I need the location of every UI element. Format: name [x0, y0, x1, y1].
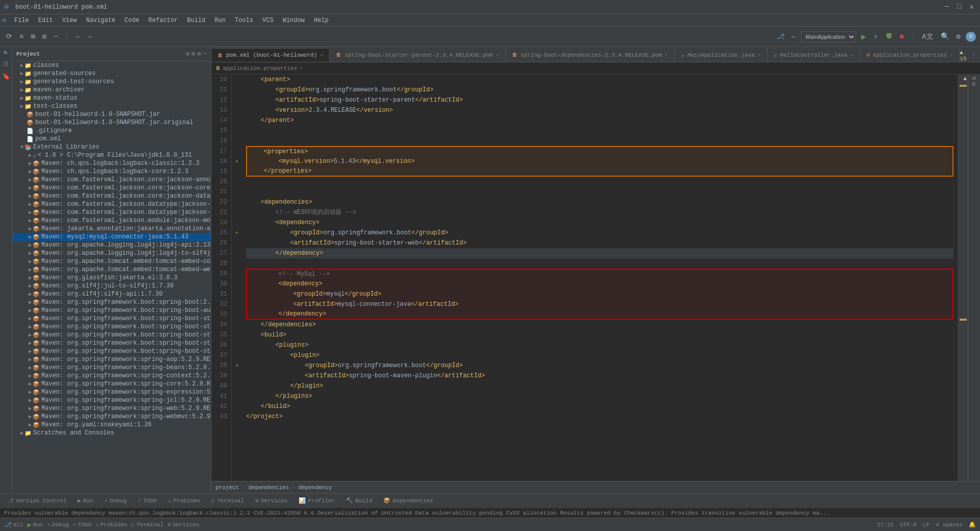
- tree-item-jar2[interactable]: 📦 boot-01-helloword-1.0-SNAPSHOT.jar.ori…: [12, 118, 211, 127]
- bottom-tab-services[interactable]: ⚙ Services: [250, 496, 292, 505]
- tree-item-generated-sources[interactable]: ▶ 📁 generated-sources: [12, 69, 211, 78]
- menu-refactor[interactable]: Refactor: [144, 16, 182, 25]
- coverage-button[interactable]: ⛊: [884, 32, 895, 42]
- toolbar-forward-btn[interactable]: →: [85, 32, 93, 42]
- code-editor[interactable]: 10 11 12 13 14 15 16 17 18 19 20 21 22 2…: [211, 75, 968, 481]
- bookmarks-icon[interactable]: 🔖: [2, 71, 10, 82]
- tree-item-external-libraries[interactable]: ▼ 📚 External Libraries: [12, 143, 211, 151]
- tree-item-maven-archiver[interactable]: ▶ 📁 maven-archiver: [12, 86, 211, 94]
- tree-item-maven-status[interactable]: ▶ 📁 maven-status: [12, 94, 211, 102]
- menu-vcs[interactable]: VCS: [258, 16, 278, 25]
- tree-item-pom[interactable]: 📄 pom.xml: [12, 135, 211, 143]
- toolbar-vcs-icon[interactable]: ⎇: [774, 31, 787, 42]
- tree-item-spring-boot-starter-tomcat[interactable]: ▶ 📦 Maven: org.springframework.boot:spri…: [12, 339, 211, 347]
- tree-item-spring-expression[interactable]: ▶ 📦 Maven: org.springframework:spring-ex…: [12, 388, 211, 396]
- toolbar-structure-btn[interactable]: ≡: [17, 32, 26, 42]
- tree-item-logback-classic[interactable]: ▶ 📦 Maven: ch.qos.logback:logback-classi…: [12, 159, 211, 167]
- tree-item-test-classes[interactable]: ▶ 📁 test-classes: [12, 102, 211, 110]
- tree-item-jackson-datatype-jdk8[interactable]: ▶ 📦 Maven: com.fasterxml.jackson.datatyp…: [12, 200, 211, 208]
- gutter-icon-line18[interactable]: ⚡: [232, 156, 242, 166]
- tab-close-btn[interactable]: ✕: [496, 52, 499, 58]
- menu-navigate[interactable]: Navigate: [82, 16, 119, 25]
- tree-item-spring-boot-starter[interactable]: ▶ 📦 Maven: org.springframework.boot:spri…: [12, 315, 211, 323]
- status-debug[interactable]: ⚡ Debug: [47, 521, 69, 528]
- bottom-tab-run[interactable]: ▶ Run: [72, 496, 98, 505]
- menu-code[interactable]: Code: [120, 16, 143, 25]
- tree-item-spring-jcl[interactable]: ▶ 📦 Maven: org.springframework:spring-jc…: [12, 396, 211, 404]
- tree-item-jackson-databind[interactable]: ▶ 📦 Maven: com.fasterxml.jackson.core:ja…: [12, 192, 211, 200]
- tree-item-spring-boot-starter-json[interactable]: ▶ 📦 Maven: org.springframework.boot:spri…: [12, 323, 211, 331]
- tab-close-btn[interactable]: ✕: [758, 52, 761, 58]
- bottom-tab-todo[interactable]: ✓ TODO: [133, 496, 162, 505]
- menu-help[interactable]: Help: [310, 16, 333, 25]
- status-indent[interactable]: LF: [923, 522, 929, 528]
- tab-spring-boot-dependencies[interactable]: 🗎 spring-boot-dependencies-2.3.4.RELEASE…: [506, 48, 675, 62]
- tree-item-jar1[interactable]: 📦 boot-01-helloword-1.0-SNAPSHOT.jar: [12, 110, 211, 118]
- panel-sync-btn[interactable]: ⚙: [186, 50, 189, 58]
- status-terminal[interactable]: ▷ Terminal: [132, 521, 163, 528]
- tab-hello-controller[interactable]: ☕ HelloController.java ✕: [768, 48, 861, 62]
- close-button[interactable]: ✕: [968, 3, 976, 11]
- code-content[interactable]: <parent> <groupId>org.springframework.bo…: [242, 75, 958, 481]
- tree-item-snakeyaml[interactable]: ▶ 📦 Maven: org.yaml:snakeyaml:1.26: [12, 421, 211, 429]
- tree-item-spring-beans[interactable]: ▶ 📦 Maven: org.springframework:spring-be…: [12, 364, 211, 372]
- tree-item-spring-web[interactable]: ▶ 📦 Maven: org.springframework:spring-we…: [12, 404, 211, 413]
- translate-btn[interactable]: A文: [920, 31, 935, 42]
- tree-item-jakarta-annotation[interactable]: ▶ 📦 Maven: jakarta.annotation:jakarta.an…: [12, 225, 211, 233]
- panel-expand-btn[interactable]: ⊞: [191, 50, 195, 58]
- tree-item-tomcat-embed-websocket[interactable]: ▶ 📦 Maven: org.apache.tomcat.embed:tomca…: [12, 266, 211, 274]
- bottom-tab-debug[interactable]: ⚡ Debug: [99, 496, 132, 505]
- toolbar-expand-btn[interactable]: ⊞: [29, 31, 37, 42]
- status-notifications[interactable]: 🔔: [969, 521, 976, 528]
- tree-item-mysql-connector[interactable]: ▶ 📦 Maven: mysql:mysql-connector-java:5.…: [12, 233, 211, 241]
- tree-item-spring-boot[interactable]: ▶ 📦 Maven: org.springframework.boot:spri…: [12, 298, 211, 306]
- tree-item-logback-core[interactable]: ▶ 📦 Maven: ch.qos.logback:logback-core:1…: [12, 167, 211, 176]
- status-run[interactable]: ▶ Run: [28, 521, 43, 529]
- tree-item-log4j-to-slf4j[interactable]: ▶ 📦 Maven: org.apache.logging.log4j:log4…: [12, 249, 211, 257]
- bottom-tab-profiler[interactable]: 📊 Profiler: [293, 496, 340, 505]
- tree-item-spring-webmvc[interactable]: ▶ 📦 Maven: org.springframework:spring-we…: [12, 413, 211, 421]
- bottom-tab-dependencies[interactable]: 📦 Dependencies: [378, 496, 438, 505]
- toolbar-settings-btn[interactable]: ⚙: [40, 31, 48, 42]
- status-todo[interactable]: ✓ TODO: [73, 521, 91, 528]
- tree-item-spring-boot-starter-logging[interactable]: ▶ 📦 Maven: org.springframework.boot:spri…: [12, 331, 211, 339]
- notifications-icon[interactable]: N: [971, 77, 977, 80]
- tab-pom-xml[interactable]: 🗎 pom.xml (boot-01-helloword) ✕: [211, 48, 330, 62]
- panel-gear-btn[interactable]: −: [203, 50, 207, 58]
- run-button[interactable]: ▶: [859, 31, 868, 43]
- breadcrumb-project[interactable]: project: [215, 485, 239, 491]
- tree-item-scratches[interactable]: ▶ 📁 Scratches and Consoles: [12, 429, 211, 437]
- toolbar-back-btn[interactable]: ←: [74, 32, 82, 42]
- tab-spring-boot-starter-parent[interactable]: 🗎 spring-boot-starter-parent-2.3.4.RELEA…: [330, 48, 505, 62]
- tree-item-slf4j-api[interactable]: ▶ 📦 Maven: org.slf4j:slf4j-api:1.7.30: [12, 290, 211, 298]
- tab-close-btn[interactable]: ✕: [665, 52, 668, 58]
- settings-btn2[interactable]: ⚙: [954, 31, 963, 42]
- gutter-icon-line38[interactable]: ⚡: [232, 360, 242, 371]
- tree-item-glassfish-jakarta[interactable]: ▶ 📦 Maven: org.glassfish:jakarta.el:3.0.…: [12, 274, 211, 282]
- debug-button[interactable]: ⚡: [871, 31, 880, 43]
- tree-item-classes[interactable]: ▶ 📁 classes: [12, 61, 211, 69]
- breadcrumb-dependency[interactable]: dependency: [299, 485, 332, 491]
- menu-build[interactable]: Build: [183, 16, 209, 25]
- maximize-button[interactable]: □: [955, 3, 963, 11]
- tab-close-btn[interactable]: ✕: [320, 52, 323, 58]
- tree-item-jdk[interactable]: ▶ ☕ < 1.8 > C:\Program Files\Java\jdk1.8…: [12, 151, 211, 159]
- menu-file[interactable]: File: [10, 16, 33, 25]
- tree-item-gitignore[interactable]: 📄 .gitignore: [12, 127, 211, 135]
- user-avatar[interactable]: U: [966, 32, 976, 42]
- status-problems[interactable]: ⚠ Problems: [95, 521, 127, 528]
- tree-item-spring-aop[interactable]: ▶ 📦 Maven: org.springframework:spring-ao…: [12, 355, 211, 364]
- tree-item-spring-boot-starter-web[interactable]: ▶ 📦 Maven: org.springframework.boot:spri…: [12, 347, 211, 355]
- bottom-tab-terminal[interactable]: ▷ Terminal: [207, 496, 249, 505]
- tree-item-log4j-api[interactable]: ▶ 📦 Maven: org.apache.logging.log4j:log4…: [12, 241, 211, 249]
- menu-window[interactable]: Window: [279, 16, 309, 25]
- tab-close-btn[interactable]: ✕: [850, 52, 853, 58]
- panel-settings-btn[interactable]: ⚙: [198, 50, 201, 58]
- tree-item-jackson-module[interactable]: ▶ 📦 Maven: com.fasterxml.jackson.module:…: [12, 216, 211, 225]
- stop-button[interactable]: ■: [898, 32, 906, 42]
- menu-tools[interactable]: Tools: [231, 16, 257, 25]
- gutter-icon-line25[interactable]: ⚡: [232, 228, 242, 238]
- tree-item-generated-test-sources[interactable]: ▶ 📁 generated-test-sources: [12, 78, 211, 86]
- menu-run[interactable]: Run: [210, 16, 230, 25]
- toolbar-sync-btn[interactable]: ⟳: [4, 31, 14, 42]
